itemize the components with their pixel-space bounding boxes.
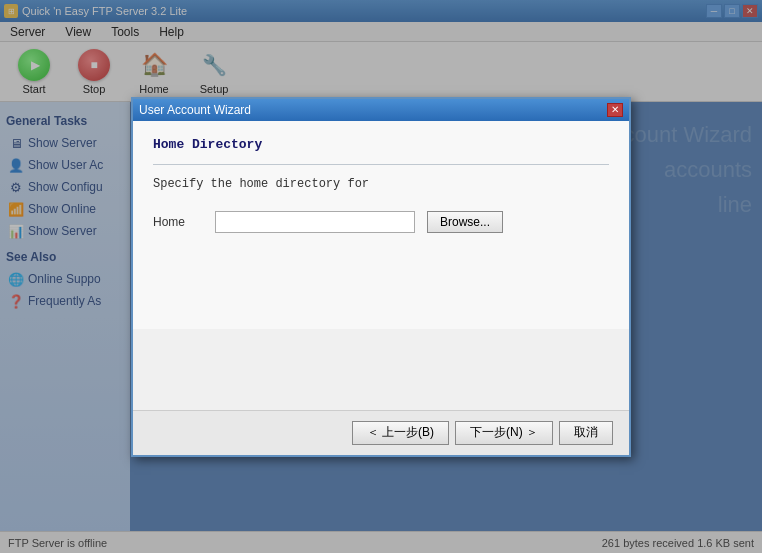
dialog-spacer xyxy=(133,329,629,410)
user-account-wizard-dialog: User Account Wizard ✕ Home Directory Spe… xyxy=(131,97,631,457)
home-directory-input[interactable] xyxy=(215,211,415,233)
next-button[interactable]: 下一步(N) ＞ xyxy=(455,421,553,445)
dialog-instruction: Specify the home directory for xyxy=(153,177,609,191)
dialog-title-bar: User Account Wizard ✕ xyxy=(133,99,629,121)
dialog-footer: ＜ 上一步(B) 下一步(N) ＞ 取消 xyxy=(133,410,629,455)
dialog-separator xyxy=(153,164,609,165)
dialog-form-row: Home Browse... xyxy=(153,211,609,233)
cancel-button[interactable]: 取消 xyxy=(559,421,613,445)
modal-overlay: User Account Wizard ✕ Home Directory Spe… xyxy=(0,0,762,553)
dialog-content: Home Directory Specify the home director… xyxy=(133,121,629,330)
home-label: Home xyxy=(153,215,203,229)
browse-button[interactable]: Browse... xyxy=(427,211,503,233)
dialog-section-header: Home Directory xyxy=(153,137,609,152)
back-button[interactable]: ＜ 上一步(B) xyxy=(352,421,449,445)
dialog-title: User Account Wizard xyxy=(139,103,251,117)
dialog-close-button[interactable]: ✕ xyxy=(607,103,623,117)
